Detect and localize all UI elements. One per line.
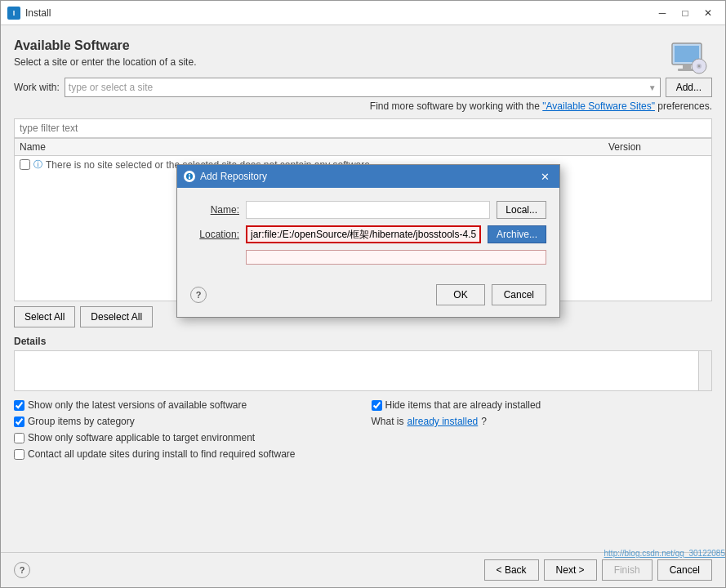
dialog-cancel-button[interactable]: Cancel (492, 284, 546, 305)
svg-point-8 (189, 174, 190, 176)
modal-overlay: Add Repository ✕ Name: Local... Location… (1, 1, 725, 587)
dialog-name-row: Name: Local... (190, 201, 546, 219)
dialog-close-button[interactable]: ✕ (537, 169, 553, 184)
main-window: I Install ─ □ ✕ Available Software Se (0, 0, 726, 588)
dialog-location-input[interactable] (246, 225, 481, 243)
add-repository-dialog: Add Repository ✕ Name: Local... Location… (176, 164, 560, 318)
dialog-body: Name: Local... Location: Archive... (177, 188, 559, 278)
dialog-icon (184, 171, 195, 182)
dialog-ok-button[interactable]: OK (436, 284, 484, 305)
dialog-help-area: ? (190, 287, 430, 303)
dialog-name-input[interactable] (246, 201, 490, 219)
dialog-empty-row (246, 250, 546, 265)
dialog-name-label: Name: (190, 204, 239, 216)
dialog-footer: ? OK Cancel (177, 278, 559, 317)
dialog-help-icon[interactable]: ? (190, 287, 207, 303)
dialog-title-bar: Add Repository ✕ (177, 165, 559, 188)
archive-button[interactable]: Archive... (488, 225, 546, 243)
dialog-title-text: Add Repository (200, 171, 532, 182)
local-button[interactable]: Local... (497, 201, 546, 219)
svg-rect-9 (189, 176, 190, 179)
dialog-location-row: Location: Archive... (190, 225, 546, 243)
dialog-location-label: Location: (190, 229, 239, 240)
